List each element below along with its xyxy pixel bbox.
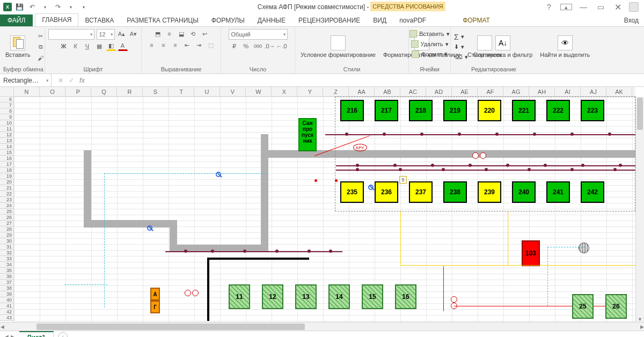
horizontal-scrollbar[interactable]: ◀ ▶: [0, 322, 644, 331]
bold-button[interactable]: Ж: [59, 41, 69, 51]
conditional-formatting-button[interactable]: Условное форматирование: [298, 33, 378, 60]
select-all-corner[interactable]: [0, 87, 14, 96]
tab-file[interactable]: ФАЙЛ: [0, 14, 33, 26]
tab-formulas[interactable]: ФОРМУЛЫ: [205, 14, 251, 26]
delete-cells-button[interactable]: Удалить ▾: [411, 39, 449, 49]
row-header[interactable]: 29: [0, 232, 13, 238]
column-header[interactable]: X: [272, 87, 297, 97]
column-header[interactable]: W: [246, 87, 272, 97]
row-header[interactable]: 39: [0, 291, 13, 297]
currency-icon[interactable]: ₽: [230, 41, 239, 51]
row-header[interactable]: 31: [0, 244, 13, 250]
font-family-combo[interactable]: [48, 29, 94, 40]
row-header[interactable]: 19: [0, 173, 13, 179]
sheet-tab-active[interactable]: Лист1: [19, 331, 54, 338]
qat-customize-icon[interactable]: ▾: [78, 2, 89, 12]
underline-button[interactable]: Ч: [83, 41, 92, 51]
redo-dropdown-icon[interactable]: ▾: [65, 2, 76, 12]
column-header[interactable]: T: [169, 87, 194, 97]
sheet-nav-last-icon[interactable]: ▶: [11, 334, 15, 337]
formula-input[interactable]: [116, 74, 644, 86]
column-header[interactable]: AK: [606, 87, 632, 97]
row-header[interactable]: 32: [0, 250, 13, 256]
column-header[interactable]: AB: [375, 87, 400, 97]
increase-font-icon[interactable]: A▴: [117, 29, 127, 39]
fx-icon[interactable]: fx: [79, 76, 85, 84]
row-headers[interactable]: 6789101112131415161718192021222324252627…: [0, 97, 14, 321]
save-icon[interactable]: 💾: [14, 2, 25, 12]
minimize-icon[interactable]: ―: [577, 3, 589, 11]
column-header[interactable]: N: [14, 87, 40, 97]
column-header[interactable]: AG: [503, 87, 529, 97]
row-header[interactable]: 20: [0, 179, 13, 185]
wrap-text-icon[interactable]: ↩: [200, 29, 210, 39]
insert-cells-button[interactable]: Вставить ▾: [409, 29, 450, 39]
sign-in-link[interactable]: Вход: [619, 14, 644, 26]
tab-page-layout[interactable]: РАЗМЕТКА СТРАНИЦЫ: [120, 14, 205, 26]
column-header[interactable]: Z: [323, 87, 349, 97]
row-header[interactable]: 36: [0, 274, 13, 280]
sort-filter-button[interactable]: A↓Сортировка и фильтр: [471, 33, 535, 60]
close-icon[interactable]: ✕: [612, 2, 624, 12]
row-header[interactable]: 9: [0, 114, 13, 120]
row-header[interactable]: 33: [0, 256, 13, 262]
scrollbar-thumb[interactable]: [637, 98, 643, 130]
row-header[interactable]: 16: [0, 156, 13, 162]
row-header[interactable]: 28: [0, 226, 13, 232]
row-header[interactable]: 8: [0, 108, 13, 114]
redo-icon[interactable]: ↷: [53, 2, 63, 12]
column-header[interactable]: AC: [400, 87, 426, 97]
column-header[interactable]: O: [40, 87, 65, 97]
orientation-icon[interactable]: ⟲: [188, 29, 198, 39]
help-icon[interactable]: ?: [543, 3, 555, 11]
copy-icon[interactable]: ⧉: [36, 42, 46, 52]
indent-inc-icon[interactable]: ⇥: [194, 40, 204, 50]
undo-dropdown-icon[interactable]: ▾: [40, 2, 50, 12]
row-header[interactable]: 43: [0, 315, 13, 321]
column-header[interactable]: AE: [452, 87, 478, 97]
font-color-icon[interactable]: A: [118, 41, 128, 51]
decrease-font-icon[interactable]: A▾: [129, 29, 138, 39]
column-header[interactable]: U: [194, 87, 220, 97]
number-format-combo[interactable]: Общий: [229, 29, 288, 40]
column-header[interactable]: P: [65, 87, 91, 97]
indent-dec-icon[interactable]: ⇤: [182, 40, 192, 50]
maximize-icon[interactable]: ▭: [595, 3, 606, 11]
column-header[interactable]: S: [143, 87, 169, 97]
cancel-formula-icon[interactable]: ✕: [58, 77, 63, 84]
row-header[interactable]: 21: [0, 185, 13, 191]
column-header[interactable]: AF: [478, 87, 503, 97]
align-center-icon[interactable]: ≡: [159, 40, 169, 50]
ribbon-options-icon[interactable]: ▴: [560, 4, 572, 10]
enter-formula-icon[interactable]: ✓: [69, 77, 74, 84]
format-cells-button[interactable]: Формат ▾: [412, 49, 448, 59]
row-header[interactable]: 34: [0, 262, 13, 268]
scroll-down-icon[interactable]: ▼: [636, 317, 644, 322]
row-header[interactable]: 40: [0, 297, 13, 303]
tab-review[interactable]: РЕЦЕНЗИРОВАНИЕ: [292, 14, 367, 26]
fill-color-icon[interactable]: ◧: [106, 41, 116, 51]
row-header[interactable]: 26: [0, 215, 13, 221]
new-sheet-button[interactable]: ＋: [58, 332, 68, 338]
fill-button[interactable]: ⬇▾: [454, 42, 468, 52]
clear-button[interactable]: ⌫▾: [454, 53, 468, 62]
row-header[interactable]: 22: [0, 191, 13, 197]
row-header[interactable]: 24: [0, 203, 13, 209]
align-left-icon[interactable]: ≡: [147, 40, 157, 50]
inc-decimal-icon[interactable]: .0→: [265, 41, 275, 51]
name-box[interactable]: Rectangle…: [0, 74, 52, 86]
row-header[interactable]: 18: [0, 167, 13, 173]
row-header[interactable]: 17: [0, 162, 13, 167]
tab-home[interactable]: ГЛАВНАЯ: [35, 13, 78, 26]
row-header[interactable]: 10: [0, 120, 13, 126]
column-header[interactable]: Q: [91, 87, 117, 97]
format-painter-icon[interactable]: 🖌: [36, 53, 46, 63]
align-top-icon[interactable]: ⬒: [153, 29, 163, 39]
tab-format[interactable]: ФОРМАТ: [456, 14, 496, 26]
tab-view[interactable]: ВИД: [367, 14, 393, 26]
row-header[interactable]: 7: [0, 102, 13, 108]
autosum-button[interactable]: Σ▾: [454, 32, 468, 42]
vertical-scrollbar[interactable]: ▲ ▼: [635, 97, 644, 322]
align-bottom-icon[interactable]: ⬓: [177, 29, 186, 39]
column-header[interactable]: R: [117, 87, 143, 97]
